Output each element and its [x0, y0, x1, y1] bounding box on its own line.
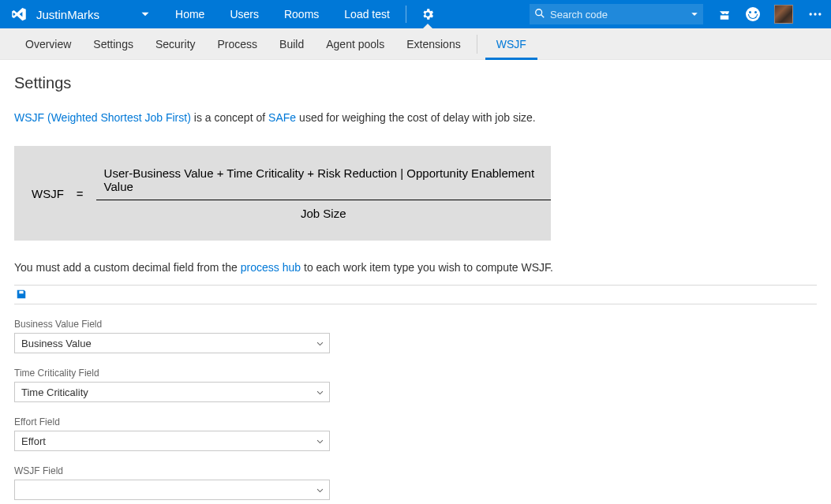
project-switch-chevron[interactable] [134, 0, 156, 28]
top-nav: Home Users Rooms Load test [163, 0, 446, 28]
marketplace-icon[interactable] [717, 7, 732, 21]
safe-link[interactable]: SAFe [268, 111, 296, 124]
process-hub-link[interactable]: process hub [241, 261, 301, 274]
intro-text-1: is a concept of [194, 111, 265, 124]
search-icon [534, 8, 545, 21]
subtab-extensions[interactable]: Extensions [395, 28, 471, 60]
time-criticality-dropdown[interactable]: Time Criticality [14, 382, 330, 402]
wsjf-dropdown[interactable] [14, 480, 330, 500]
chevron-down-icon [316, 437, 324, 446]
chevron-down-icon [316, 388, 324, 397]
chevron-down-icon [316, 339, 324, 348]
more-ellipsis-icon[interactable] [807, 6, 823, 22]
svg-point-1 [814, 13, 816, 15]
effort-value: Effort [21, 435, 46, 447]
wsjf-field-block: WSJF Field [14, 465, 330, 500]
project-name[interactable]: JustinMarks [35, 8, 103, 21]
subtab-wsjf[interactable]: WSJF [485, 28, 537, 60]
effort-dropdown[interactable]: Effort [14, 431, 330, 451]
formula-box: WSJF = User-Business Value + Time Critic… [14, 146, 551, 241]
effort-field-block: Effort Field Effort [14, 416, 330, 451]
process-hub-paragraph: You must add a custom decimal field from… [14, 261, 817, 274]
vs-logo-icon [11, 6, 27, 22]
chevron-down-icon [316, 486, 324, 495]
search-box[interactable] [530, 4, 703, 24]
feedback-smiley-icon[interactable] [746, 7, 760, 21]
business-value-value: Business Value [21, 338, 92, 349]
effort-label: Effort Field [14, 416, 330, 427]
formula-numerator: User-Business Value + Time Criticality +… [96, 166, 551, 200]
wsjf-wiki-link[interactable]: WSJF (Weighted Shortest Job First) [14, 111, 191, 124]
subtab-security[interactable]: Security [144, 28, 207, 60]
formula-eq-sign: = [77, 187, 84, 200]
business-value-dropdown[interactable]: Business Value [14, 333, 330, 353]
settings-gear-button[interactable] [410, 0, 446, 28]
top-navbar: JustinMarks Home Users Rooms Load test [0, 0, 831, 28]
intro-paragraph: WSJF (Weighted Shortest Job First) is a … [14, 111, 817, 124]
search-chevron-icon[interactable] [691, 8, 698, 21]
toolbar-row [14, 285, 817, 304]
svg-point-0 [810, 13, 812, 15]
save-icon[interactable] [16, 289, 27, 302]
user-avatar[interactable] [774, 5, 793, 24]
subtab-process[interactable]: Process [207, 28, 269, 60]
svg-point-2 [818, 13, 821, 15]
formula-fraction: User-Business Value + Time Criticality +… [96, 166, 551, 220]
formula-denominator: Job Size [293, 200, 354, 220]
intro-text-2: used for weighing the cost of delay with… [299, 111, 536, 124]
subtab-settings[interactable]: Settings [82, 28, 144, 60]
subtab-separator [477, 35, 477, 54]
subtab-overview[interactable]: Overview [14, 28, 82, 60]
formula-left: WSJF [32, 187, 64, 200]
search-input[interactable] [545, 9, 691, 21]
topnav-loadtest[interactable]: Load test [331, 0, 402, 28]
time-criticality-value: Time Criticality [21, 386, 88, 398]
page-title: Settings [14, 74, 817, 92]
wsjf-label: WSJF Field [14, 465, 330, 476]
sub-navbar: Overview Settings Security Process Build… [0, 28, 831, 60]
topnav-home[interactable]: Home [163, 0, 217, 28]
content-area: Settings WSJF (Weighted Shortest Job Fir… [0, 60, 831, 504]
para2-a: You must add a custom decimal field from… [14, 261, 238, 274]
business-value-label: Business Value Field [14, 319, 330, 330]
subtab-agentpools[interactable]: Agent pools [315, 28, 395, 60]
topnav-users[interactable]: Users [217, 0, 271, 28]
topnav-separator [406, 6, 406, 23]
time-criticality-field-block: Time Criticality Field Time Criticality [14, 368, 330, 402]
topnav-rooms[interactable]: Rooms [271, 0, 331, 28]
business-value-field-block: Business Value Field Business Value [14, 319, 330, 353]
subtab-build[interactable]: Build [268, 28, 315, 60]
time-criticality-label: Time Criticality Field [14, 368, 330, 379]
para2-b: to each work item type you wish to compu… [304, 261, 553, 274]
